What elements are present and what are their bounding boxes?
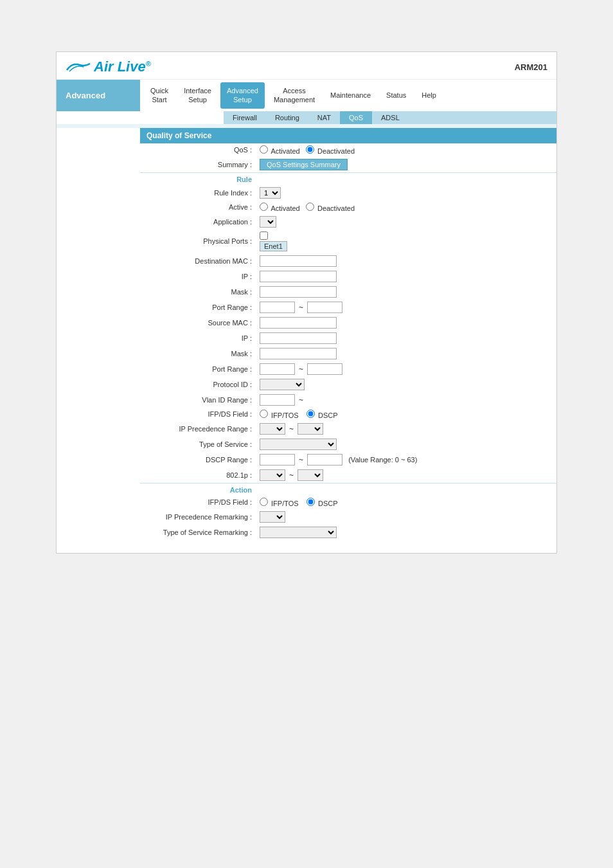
type-of-service-remarking-select[interactable] xyxy=(260,527,337,538)
type-of-service-label: Type of Service : xyxy=(140,437,256,452)
src-mask-row: Mask : xyxy=(140,346,556,361)
action-ifp-tos-text: IFP/TOS xyxy=(271,500,299,507)
protocol-id-row: Protocol ID : xyxy=(140,377,556,392)
rule-index-select[interactable]: 1 xyxy=(260,187,281,199)
src-mask-value xyxy=(256,346,556,361)
dscp-end-input[interactable] xyxy=(307,454,342,466)
dest-mac-input[interactable] xyxy=(260,255,337,267)
application-label: Application : xyxy=(140,214,256,230)
action-ifp-ds-field-label: IFP/DS Field : xyxy=(140,496,256,509)
nav-item-status[interactable]: Status xyxy=(380,87,413,104)
ip-precedence-remarking-select[interactable] xyxy=(260,511,285,523)
dscp-range-row: DSCP Range : ~ (Value Range: 0 ~ 63) xyxy=(140,452,556,467)
qos-activated-radio[interactable] xyxy=(260,145,268,154)
sub-nav-firewall[interactable]: Firewall xyxy=(224,111,266,124)
dest-ip-row: IP : xyxy=(140,269,556,284)
dest-mask-label: Mask : xyxy=(140,284,256,300)
active-value: Activated Deactivated xyxy=(256,201,556,214)
ip-precedence-end-select[interactable] xyxy=(298,423,323,435)
src-ip-row: IP : xyxy=(140,330,556,346)
dot1p-start-select[interactable] xyxy=(260,469,285,481)
nav-item-help[interactable]: Help xyxy=(415,87,443,104)
qos-deactivated-radio[interactable] xyxy=(306,145,314,154)
sub-nav-adsl[interactable]: ADSL xyxy=(372,111,409,124)
dest-port-start-input[interactable] xyxy=(260,302,295,313)
rule-divider-row: Rule xyxy=(140,172,556,185)
application-select[interactable] xyxy=(260,216,276,228)
sub-nav-nat[interactable]: NAT xyxy=(308,111,340,124)
ifp-tos-radio[interactable] xyxy=(260,410,268,418)
ip-precedence-range-value: ~ xyxy=(256,421,556,437)
active-label: Active : xyxy=(140,201,256,214)
qos-form: QoS : Activated Deactivated Summary : Q xyxy=(140,143,556,553)
src-port-start-input[interactable] xyxy=(260,363,295,375)
sub-nav-routing[interactable]: Routing xyxy=(266,111,308,124)
action-section-label: Action xyxy=(140,483,256,496)
src-port-range-row: Port Range : ~ xyxy=(140,361,556,377)
qos-row: QoS : Activated Deactivated xyxy=(140,143,556,157)
dscp-range-label: DSCP Range : xyxy=(140,452,256,467)
dot1p-end-select[interactable] xyxy=(298,469,323,481)
src-ip-value xyxy=(256,330,556,346)
active-deactivated-radio[interactable] xyxy=(306,203,314,211)
physical-ports-checkbox[interactable] xyxy=(260,231,268,240)
src-ip-label: IP : xyxy=(140,330,256,346)
logo-swoosh-icon xyxy=(66,61,91,73)
ip-precedence-remarking-row: IP Precedence Remarking : xyxy=(140,509,556,525)
type-of-service-value xyxy=(256,437,556,452)
src-mask-input[interactable] xyxy=(260,348,337,359)
logo-text: Air Live xyxy=(94,59,146,75)
ifp-dscp-text: DSCP xyxy=(318,411,338,419)
action-ifp-ds-field-row: IFP/DS Field : IFP/TOS DSCP xyxy=(140,496,556,509)
nav-item-interface-setup[interactable]: InterfaceSetup xyxy=(177,82,218,109)
active-deactivated-text: Deactivated xyxy=(317,204,355,212)
summary-label: Summary : xyxy=(140,157,256,173)
dest-port-range-value: ~ xyxy=(256,300,556,315)
ifp-dscp-radio[interactable] xyxy=(306,410,315,418)
src-mac-input[interactable] xyxy=(260,317,337,329)
ifp-ds-field-row: IFP/DS Field : IFP/TOS DSCP xyxy=(140,408,556,421)
nav-item-quick-start[interactable]: QuickStart xyxy=(144,82,175,109)
src-ip-input[interactable] xyxy=(260,332,337,344)
vlan-id-start-input[interactable] xyxy=(260,394,295,406)
top-nav: Advanced QuickStart InterfaceSetup Advan… xyxy=(57,80,556,111)
vlan-id-range-label: Vlan ID Range : xyxy=(140,392,256,408)
ifp-ds-field-value: IFP/TOS DSCP xyxy=(256,408,556,421)
type-of-service-select[interactable] xyxy=(260,439,337,450)
sub-nav-qos[interactable]: QoS xyxy=(340,111,372,124)
type-of-service-row: Type of Service : xyxy=(140,437,556,452)
action-dscp-radio[interactable] xyxy=(306,498,315,506)
dest-mask-input[interactable] xyxy=(260,286,337,298)
ip-precedence-remarking-label: IP Precedence Remarking : xyxy=(140,509,256,525)
dest-ip-input[interactable] xyxy=(260,271,337,282)
dscp-start-input[interactable] xyxy=(260,454,295,466)
rule-section-label: Rule xyxy=(140,172,256,185)
src-port-range-value: ~ xyxy=(256,361,556,377)
rule-index-label: Rule Index : xyxy=(140,185,256,201)
src-port-end-input[interactable] xyxy=(307,363,342,375)
action-ifp-tos-radio[interactable] xyxy=(260,498,268,506)
qos-settings-summary-button[interactable]: QoS Settings Summary xyxy=(260,159,348,170)
src-mac-value xyxy=(256,315,556,330)
ip-precedence-start-select[interactable] xyxy=(260,423,285,435)
active-activated-radio[interactable] xyxy=(260,203,268,211)
application-row: Application : xyxy=(140,214,556,230)
dot1p-row: 802.1p : ~ xyxy=(140,467,556,484)
nav-item-access-management[interactable]: AccessManagement xyxy=(267,82,321,109)
rule-index-row: Rule Index : 1 xyxy=(140,185,556,201)
ifp-tos-text: IFP/TOS xyxy=(271,411,299,419)
dot1p-label: 802.1p : xyxy=(140,467,256,484)
qos-deactivated-text: Deactivated xyxy=(317,147,355,155)
dest-mac-value xyxy=(256,253,556,269)
application-value xyxy=(256,214,556,230)
nav-item-maintenance[interactable]: Maintenance xyxy=(324,87,377,104)
dest-ip-label: IP : xyxy=(140,269,256,284)
dest-port-end-input[interactable] xyxy=(307,302,342,313)
summary-value: QoS Settings Summary xyxy=(256,157,556,173)
action-ifp-ds-field-value: IFP/TOS DSCP xyxy=(256,496,556,509)
qos-section-header: Quality of Service xyxy=(140,128,556,143)
nav-item-advanced-setup[interactable]: AdvancedSetup xyxy=(220,82,265,109)
type-of-service-remarking-label: Type of Service Remarking : xyxy=(140,525,256,540)
protocol-id-select[interactable] xyxy=(260,379,305,390)
vlan-id-range-value: ~ xyxy=(256,392,556,408)
